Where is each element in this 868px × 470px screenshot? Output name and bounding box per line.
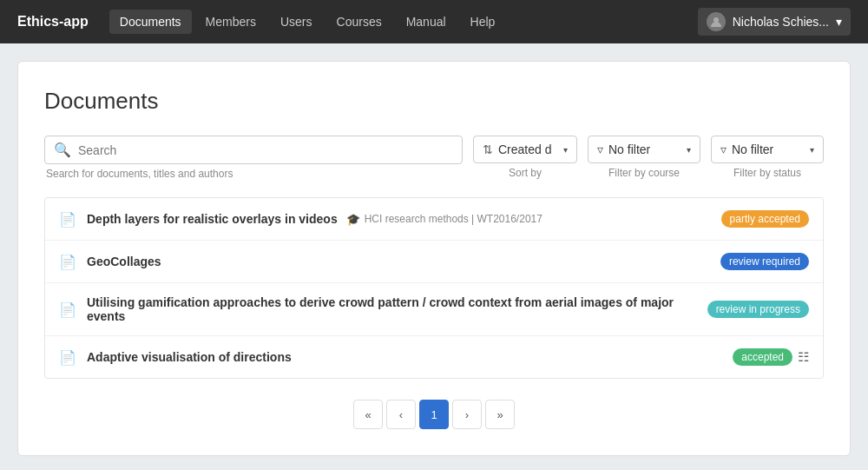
pagination: « ‹ 1 › » [44,400,824,429]
documents-card: Documents 🔍 Search for documents, titles… [17,61,851,456]
search-input-row[interactable]: 🔍 [44,136,463,164]
filter-status-group: ▿ No filter ▾ Filter by status [711,136,824,179]
filter-course-group: ▿ No filter ▾ Filter by course [588,136,700,179]
doc-info: Adaptive visualisation of directions [87,350,722,364]
sort-select[interactable]: ⇅ Created d ▾ [473,136,577,163]
status-badge: review required [720,253,809,270]
navbar: Ethics-app Documents Members Users Cours… [0,0,868,43]
toolbar: 🔍 Search for documents, titles and autho… [44,136,824,180]
doc-status: partly accepted [721,210,809,228]
user-menu[interactable]: Nicholas Schies... ▾ [698,8,851,36]
table-row[interactable]: 📄 GeoCollages review required [45,241,823,283]
doc-title[interactable]: Adaptive visualisation of directions [87,350,292,364]
doc-status: accepted ☷ [733,348,809,366]
status-badge: review in progress [707,301,809,318]
filter-course-select[interactable]: ▿ No filter ▾ [588,136,700,163]
sort-chevron-icon: ▾ [563,145,568,155]
pagination-first[interactable]: « [353,400,383,429]
filter-course-value: No filter [608,142,681,156]
document-list: 📄 Depth layers for realistic overlays in… [44,197,824,379]
user-name: Nicholas Schies... [733,15,829,29]
filter-status-value: No filter [732,142,805,156]
page-title: Documents [44,88,824,115]
filter-course-chevron-icon: ▾ [687,145,691,155]
sort-value: Created d [498,142,558,156]
search-icon: 🔍 [54,142,71,158]
pagination-next[interactable]: › [452,400,482,429]
pagination-current[interactable]: 1 [419,400,449,429]
nav-item-documents[interactable]: Documents [109,10,192,34]
nav-item-manual[interactable]: Manual [396,10,457,34]
user-dropdown-icon: ▾ [836,15,842,29]
nav-item-courses[interactable]: Courses [326,10,392,34]
sort-group: ⇅ Created d ▾ Sort by [473,136,577,179]
filter-status-icon: ▿ [720,142,727,156]
avatar [707,12,726,31]
document-icon: 📄 [59,301,76,318]
doc-status: review in progress [707,301,809,318]
doc-title[interactable]: GeoCollages [87,255,161,268]
search-wrapper: 🔍 Search for documents, titles and autho… [44,136,463,180]
nav-item-users[interactable]: Users [270,10,323,34]
sort-icon: ⇅ [483,142,493,156]
status-badge: accepted [733,348,792,366]
app-brand[interactable]: Ethics-app [17,14,89,30]
doc-course: 🎓 HCI research methods | WT2016/2017 [346,213,542,226]
status-badge: partly accepted [721,210,809,228]
document-icon: 📄 [59,254,76,270]
search-hint: Search for documents, titles and authors [44,168,463,180]
filter-course-label: Filter by course [588,167,700,179]
document-icon: 📄 [59,211,76,228]
filter-status-select[interactable]: ▿ No filter ▾ [711,136,824,163]
sort-label: Sort by [473,167,577,179]
pagination-prev[interactable]: ‹ [386,400,416,429]
nav-item-help[interactable]: Help [460,10,506,34]
doc-title[interactable]: Utilising gamification approaches to der… [87,295,697,323]
pagination-last[interactable]: » [485,400,515,429]
search-input[interactable] [78,143,453,157]
doc-status: review required [720,253,809,270]
doc-info: GeoCollages [87,255,710,268]
doc-info: Depth layers for realistic overlays in v… [87,212,711,226]
doc-title[interactable]: Depth layers for realistic overlays in v… [87,212,338,226]
doc-course-text: HCI research methods | WT2016/2017 [365,213,542,225]
checklist-icon[interactable]: ☷ [798,349,809,365]
nav-menu: Documents Members Users Courses Manual H… [109,10,698,34]
nav-item-members[interactable]: Members [195,10,266,34]
filter-course-icon: ▿ [597,142,603,156]
main-content: Documents 🔍 Search for documents, titles… [0,43,868,470]
table-row[interactable]: 📄 Depth layers for realistic overlays in… [45,198,823,241]
filter-status-chevron-icon: ▾ [810,145,814,155]
doc-info: Utilising gamification approaches to der… [87,295,697,323]
document-icon: 📄 [59,349,76,366]
filter-status-label: Filter by status [711,167,824,179]
table-row[interactable]: 📄 Utilising gamification approaches to d… [45,283,823,336]
table-row[interactable]: 📄 Adaptive visualisation of directions a… [45,336,823,378]
course-icon: 🎓 [346,213,360,226]
